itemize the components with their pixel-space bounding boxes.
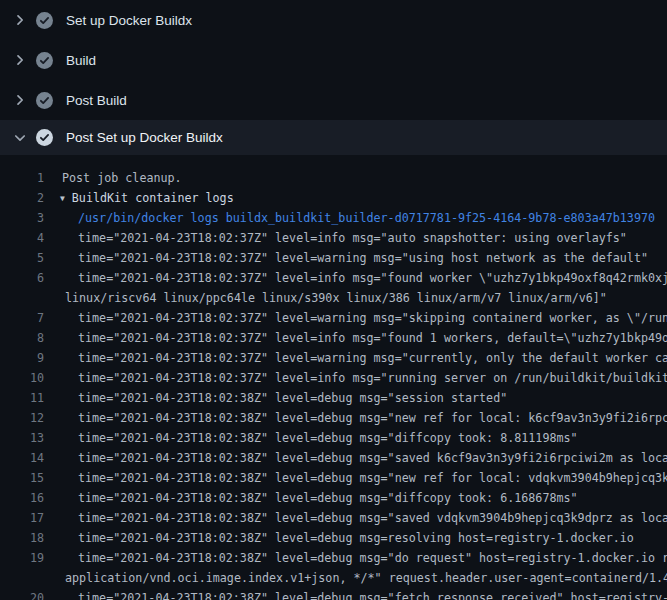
- log-line-text: time="2021-04-23T18:02:38Z" level=debug …: [44, 428, 667, 448]
- log-line-text: linux/riscv64 linux/ppc64le linux/s390x …: [44, 288, 667, 308]
- log-line-number[interactable]: 19: [0, 548, 44, 568]
- log-line-text: time="2021-04-23T18:02:38Z" level=debug …: [44, 588, 667, 600]
- log-line[interactable]: 19time="2021-04-23T18:02:38Z" level=debu…: [0, 548, 667, 568]
- step-log-output: 1Post job cleanup.2▼BuildKit container l…: [0, 155, 667, 600]
- log-line-number: [0, 288, 44, 308]
- step-header-post-set-up-docker-buildx[interactable]: Post Set up Docker Buildx: [0, 120, 667, 155]
- log-line-text: time="2021-04-23T18:02:38Z" level=debug …: [44, 488, 667, 508]
- chevron-down-icon[interactable]: [12, 130, 28, 146]
- log-line[interactable]: 15time="2021-04-23T18:02:38Z" level=debu…: [0, 468, 667, 488]
- step-header-set-up-docker-buildx[interactable]: Set up Docker Buildx: [0, 0, 667, 40]
- log-line-number[interactable]: 18: [0, 528, 44, 548]
- log-line-number[interactable]: 15: [0, 468, 44, 488]
- log-line-text: ▼BuildKit container logs: [44, 188, 667, 208]
- log-line-number[interactable]: 17: [0, 508, 44, 528]
- log-line-number[interactable]: 4: [0, 228, 44, 248]
- workflow-job-log-panel: Set up Docker BuildxBuildPost BuildPost …: [0, 0, 667, 600]
- log-line-number: [0, 568, 44, 588]
- log-line-number[interactable]: 2: [0, 188, 44, 208]
- log-line-text: time="2021-04-23T18:02:38Z" level=debug …: [44, 528, 667, 548]
- log-line-text: time="2021-04-23T18:02:38Z" level=debug …: [44, 548, 667, 568]
- step-title: Build: [66, 53, 96, 68]
- log-line[interactable]: 17time="2021-04-23T18:02:38Z" level=debu…: [0, 508, 667, 528]
- step-title: Post Build: [66, 93, 127, 108]
- log-line-text: time="2021-04-23T18:02:37Z" level=info m…: [44, 328, 667, 348]
- step-title: Post Set up Docker Buildx: [66, 130, 223, 145]
- check-circle-icon: [36, 129, 53, 146]
- log-line-number[interactable]: 13: [0, 428, 44, 448]
- log-line-number[interactable]: 11: [0, 388, 44, 408]
- log-line[interactable]: 20time="2021-04-23T18:02:38Z" level=debu…: [0, 588, 667, 600]
- log-line-number[interactable]: 7: [0, 308, 44, 328]
- log-group-title: BuildKit container logs: [72, 191, 234, 205]
- log-line[interactable]: 3/usr/bin/docker logs buildx_buildkit_bu…: [0, 208, 667, 228]
- step-header-post-build[interactable]: Post Build: [0, 80, 667, 120]
- log-line-number[interactable]: 5: [0, 248, 44, 268]
- chevron-right-icon[interactable]: [12, 92, 28, 108]
- log-line-text: time="2021-04-23T18:02:37Z" level=info m…: [44, 228, 667, 248]
- chevron-right-icon[interactable]: [12, 52, 28, 68]
- log-line-number[interactable]: 6: [0, 268, 44, 288]
- log-line[interactable]: 8time="2021-04-23T18:02:37Z" level=info …: [0, 328, 667, 348]
- log-line-number[interactable]: 8: [0, 328, 44, 348]
- log-line-text: time="2021-04-23T18:02:37Z" level=warnin…: [44, 248, 667, 268]
- log-line[interactable]: 6time="2021-04-23T18:02:37Z" level=info …: [0, 268, 667, 288]
- log-line-text: time="2021-04-23T18:02:38Z" level=debug …: [44, 408, 667, 428]
- log-line[interactable]: 16time="2021-04-23T18:02:38Z" level=debu…: [0, 488, 667, 508]
- log-line-number[interactable]: 14: [0, 448, 44, 468]
- log-line-number[interactable]: 20: [0, 588, 44, 600]
- log-line-number[interactable]: 1: [0, 168, 44, 188]
- log-line-text: Post job cleanup.: [44, 168, 667, 188]
- log-line-text: time="2021-04-23T18:02:37Z" level=info m…: [44, 368, 667, 388]
- log-line[interactable]: 13time="2021-04-23T18:02:38Z" level=debu…: [0, 428, 667, 448]
- log-line-text: time="2021-04-23T18:02:37Z" level=info m…: [44, 268, 667, 288]
- log-line[interactable]: 9time="2021-04-23T18:02:37Z" level=warni…: [0, 348, 667, 368]
- log-line-number[interactable]: 9: [0, 348, 44, 368]
- log-line[interactable]: 5time="2021-04-23T18:02:37Z" level=warni…: [0, 248, 667, 268]
- log-line-number[interactable]: 10: [0, 368, 44, 388]
- log-line-text: time="2021-04-23T18:02:38Z" level=debug …: [44, 508, 667, 528]
- log-line[interactable]: 14time="2021-04-23T18:02:38Z" level=debu…: [0, 448, 667, 468]
- log-line[interactable]: 12time="2021-04-23T18:02:38Z" level=debu…: [0, 408, 667, 428]
- check-circle-icon: [36, 52, 53, 69]
- log-line-number[interactable]: 3: [0, 208, 44, 228]
- log-line[interactable]: linux/riscv64 linux/ppc64le linux/s390x …: [0, 288, 667, 308]
- log-line-text: application/vnd.oci.image.index.v1+json,…: [44, 568, 667, 588]
- log-line-text: time="2021-04-23T18:02:38Z" level=debug …: [44, 388, 667, 408]
- log-line-text: time="2021-04-23T18:02:38Z" level=debug …: [44, 468, 667, 488]
- log-line-text: time="2021-04-23T18:02:37Z" level=warnin…: [44, 348, 667, 368]
- log-line-text: time="2021-04-23T18:02:37Z" level=warnin…: [44, 308, 667, 328]
- chevron-right-icon[interactable]: [12, 12, 28, 28]
- log-line[interactable]: application/vnd.oci.image.index.v1+json,…: [0, 568, 667, 588]
- log-line-number[interactable]: 16: [0, 488, 44, 508]
- log-line-number[interactable]: 12: [0, 408, 44, 428]
- step-header-build[interactable]: Build: [0, 40, 667, 80]
- check-circle-icon: [36, 12, 53, 29]
- log-line-text: time="2021-04-23T18:02:38Z" level=debug …: [44, 448, 667, 468]
- log-line[interactable]: 4time="2021-04-23T18:02:37Z" level=info …: [0, 228, 667, 248]
- log-line[interactable]: 7time="2021-04-23T18:02:37Z" level=warni…: [0, 308, 667, 328]
- log-line[interactable]: 18time="2021-04-23T18:02:38Z" level=debu…: [0, 528, 667, 548]
- log-command-text: /usr/bin/docker logs buildx_buildkit_bui…: [44, 208, 667, 228]
- job-steps-list: Set up Docker BuildxBuildPost BuildPost …: [0, 0, 667, 155]
- log-line[interactable]: 11time="2021-04-23T18:02:38Z" level=debu…: [0, 388, 667, 408]
- caret-down-icon[interactable]: ▼: [60, 189, 65, 208]
- log-line[interactable]: 1Post job cleanup.: [0, 168, 667, 188]
- check-circle-icon: [36, 92, 53, 109]
- log-line[interactable]: 10time="2021-04-23T18:02:37Z" level=info…: [0, 368, 667, 388]
- log-line[interactable]: 2▼BuildKit container logs: [0, 188, 667, 208]
- step-title: Set up Docker Buildx: [66, 13, 192, 28]
